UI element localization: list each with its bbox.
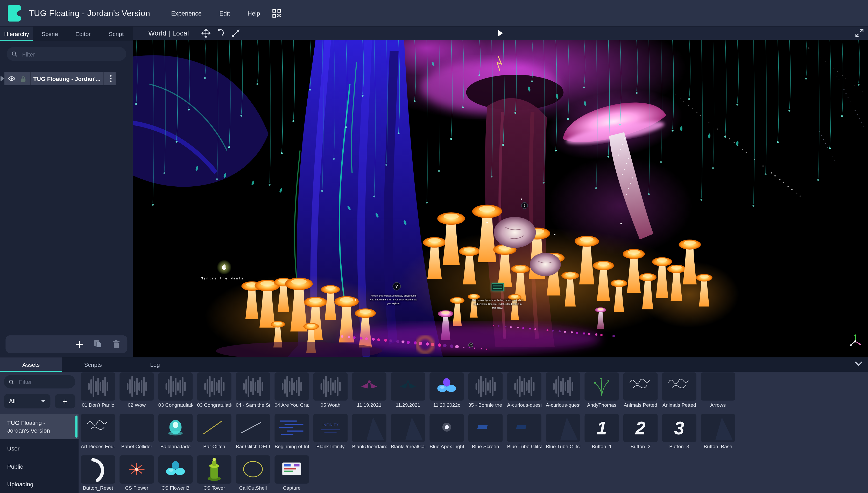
delete-trash-icon[interactable] <box>113 340 120 348</box>
category-item-public[interactable]: Public <box>0 457 79 475</box>
asset-thumbnail-scribble <box>81 414 115 442</box>
asset-tile[interactable]: Button_Base <box>701 414 735 449</box>
asset-tile[interactable]: 05 Woah <box>313 372 348 408</box>
asset-tile[interactable]: CallOutShell <box>236 455 270 491</box>
visibility-eye-icon[interactable] <box>8 76 16 81</box>
coordinate-space-toggle[interactable]: World | Local <box>148 29 189 37</box>
hierarchy-item-label: TUG Floating - Jordan'... <box>33 75 101 82</box>
asset-label: A-curious-questio... <box>507 402 541 408</box>
creature-name-label: Mantra the Manta <box>201 277 244 280</box>
asset-thumbnail-dark <box>120 414 154 442</box>
menu-edit[interactable]: Edit <box>211 5 239 21</box>
top-bar: TUG Floating - Jordan's Version Experien… <box>0 0 868 26</box>
category-item-user[interactable]: User <box>0 440 79 457</box>
scale-tool-icon[interactable] <box>231 29 239 37</box>
tab-editor[interactable]: Editor <box>66 26 100 41</box>
asset-tile[interactable]: Blue Apex Light <box>430 414 464 449</box>
asset-tile[interactable]: 03 Congratulations <box>197 372 231 408</box>
category-item-uploading[interactable]: Uploading <box>0 475 79 493</box>
asset-tile[interactable]: 3Button_3 <box>662 414 696 449</box>
asset-tile[interactable]: 02 Wow <box>120 372 154 408</box>
duplicate-icon[interactable] <box>94 340 102 348</box>
asset-tile[interactable]: Blue Tube Glitch <box>546 414 580 449</box>
asset-tile[interactable]: Bar Glitch <box>197 414 231 449</box>
hierarchy-tree: TUG Floating - Jordan'... <box>0 72 133 85</box>
asset-label: Art Pieces Found <box>81 444 115 449</box>
asset-thumbnail-ring <box>236 455 270 484</box>
menu-help[interactable]: Help <box>239 5 269 21</box>
scrollbar-thumb[interactable] <box>75 415 78 437</box>
kebab-menu-icon[interactable] <box>109 74 112 82</box>
tab-assets[interactable]: Assets <box>0 358 62 372</box>
asset-thumbnail-flower <box>158 455 193 484</box>
asset-tile[interactable]: Button_Reset <box>81 455 115 491</box>
asset-tile[interactable]: 11.29.2022c <box>430 372 464 408</box>
asset-tile[interactable]: BlankUncertainSea <box>352 414 386 449</box>
asset-tile[interactable]: Arrows <box>701 372 735 408</box>
scoreboard-screen <box>492 283 504 291</box>
asset-label: 03 Congratulations <box>197 402 231 408</box>
asset-tile[interactable]: 35 - Bonnie the B... <box>468 372 503 408</box>
asset-tile[interactable]: 11.19.2021 <box>352 372 386 408</box>
qr-code-icon <box>272 8 281 17</box>
asset-tile[interactable]: A-curious-questio... <box>507 372 541 408</box>
asset-thumbnail-line <box>197 414 231 442</box>
fullscreen-icon[interactable] <box>855 29 864 37</box>
category-item-tug-floating-jordan-s-version[interactable]: TUG Floating - Jordan's Version <box>0 414 79 440</box>
tab-hierarchy[interactable]: Hierarchy <box>0 26 33 41</box>
asset-tile[interactable]: Art Pieces Found <box>81 414 115 449</box>
hierarchy-footer-toolbar <box>5 336 127 353</box>
lock-icon[interactable] <box>20 76 26 81</box>
asset-thumbnail-capture <box>275 455 309 484</box>
divider <box>103 72 103 85</box>
asset-tile[interactable]: BlankUnrealGard... <box>391 414 425 449</box>
asset-tile[interactable]: 11.29.2021 <box>391 372 425 408</box>
asset-label: Blue Screen <box>468 444 503 449</box>
tab-script[interactable]: Script <box>100 26 133 41</box>
asset-tile[interactable]: A-curious-questio... <box>546 372 580 408</box>
asset-tile[interactable]: Animals Petted <box>623 372 657 408</box>
collapse-panel-chevron-icon[interactable] <box>855 361 863 366</box>
asset-tile[interactable]: 1Button_1 <box>584 414 619 449</box>
asset-tile[interactable]: CS Tower <box>197 455 231 491</box>
asset-tile[interactable]: 04 - Sam the Snail <box>236 372 270 408</box>
scene-3d-render[interactable]: Mantra the Manta ? Hint: In this interac… <box>133 40 868 357</box>
play-button[interactable] <box>498 30 503 37</box>
add-asset-button[interactable]: + <box>55 394 75 408</box>
asset-tile[interactable]: BallerinaJade <box>158 414 193 449</box>
tab-scripts[interactable]: Scripts <box>62 358 124 372</box>
hierarchy-filter-input[interactable] <box>21 50 121 58</box>
asset-tile[interactable]: CS Flower B <box>158 455 193 491</box>
asset-tile[interactable]: Bar Glitch DELETE <box>236 414 270 449</box>
menu-experience[interactable]: Experience <box>162 5 211 21</box>
asset-type-dropdown[interactable]: All <box>4 394 50 408</box>
hierarchy-root-item[interactable]: TUG Floating - Jordan'... <box>4 72 115 85</box>
qr-code-button[interactable] <box>272 8 281 17</box>
asset-filter-input[interactable] <box>18 378 70 386</box>
chevron-down-icon <box>41 400 45 402</box>
tab-scene[interactable]: Scene <box>33 26 66 41</box>
expand-caret-icon[interactable] <box>0 76 4 81</box>
move-tool-icon[interactable] <box>201 29 210 38</box>
add-entity-icon[interactable] <box>76 341 83 348</box>
asset-tile[interactable]: Capture <box>275 455 309 491</box>
rotate-tool-icon[interactable] <box>216 29 225 38</box>
tab-log[interactable]: Log <box>124 358 186 372</box>
asset-tile[interactable]: 03 Congratulations <box>158 372 193 408</box>
asset-tile[interactable]: Babel Collider <box>120 414 154 449</box>
asset-tile[interactable]: 04 Are You Crazy <box>275 372 309 408</box>
asset-tile[interactable]: CS Flower <box>120 455 154 491</box>
asset-tile[interactable]: Blue Tube Glitch <box>507 414 541 449</box>
asset-grid-scroll[interactable]: 01 Don't Panic02 Wow03 Congratulations03… <box>79 372 868 493</box>
hierarchy-filter[interactable] <box>7 47 126 61</box>
asset-tile[interactable]: INFINITYBlank Infinity <box>313 414 348 449</box>
asset-tile[interactable]: Blue Screen <box>468 414 503 449</box>
asset-tile[interactable]: 01 Don't Panic <box>81 372 115 408</box>
asset-filter[interactable] <box>4 375 75 388</box>
hint-text-1: Hint: In this interactive fantasy playgr… <box>368 295 419 306</box>
asset-tile[interactable]: Animals Petted <box>662 372 696 408</box>
asset-tile[interactable]: Beginning of Infin... <box>275 414 309 449</box>
asset-tile[interactable]: 2Button_2 <box>623 414 657 449</box>
asset-tile[interactable]: AndyThomas <box>584 372 619 408</box>
asset-thumbnail-moth <box>391 372 425 401</box>
